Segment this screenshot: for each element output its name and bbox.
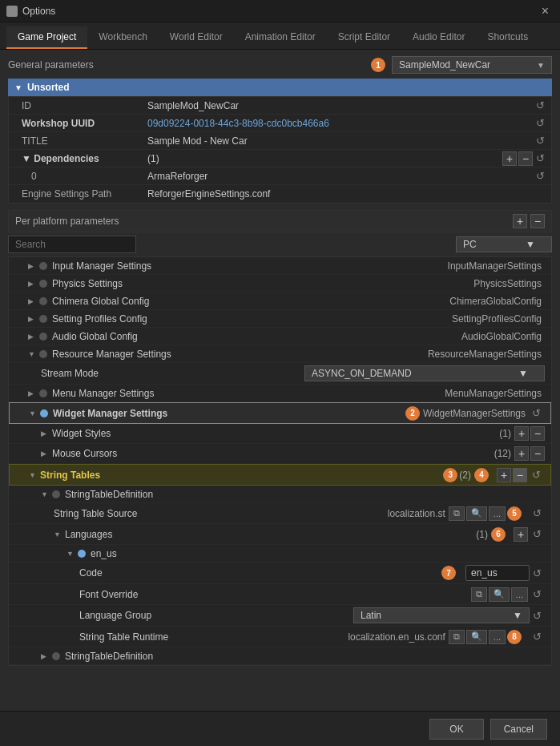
deps-minus-btn[interactable]: − xyxy=(518,151,533,166)
tab-animation-editor[interactable]: Animation Editor xyxy=(234,26,327,49)
tab-audio-editor[interactable]: Audio Editor xyxy=(401,26,476,49)
tree-item-physics[interactable]: ▶ Physics Settings PhysicsSettings xyxy=(9,275,551,292)
tree-item-string-tables[interactable]: ▼ String Tables 3 (2) 4 + − ↺ xyxy=(9,464,551,486)
per-platform-minus-btn[interactable]: − xyxy=(530,214,545,228)
prop-row-id: ID SampleMod_NewCar ↺ xyxy=(9,97,551,115)
dot-string-table-def-2 xyxy=(52,652,60,660)
arrow-audio-global: ▶ xyxy=(28,333,36,341)
arrow-en-us: ▼ xyxy=(66,550,75,558)
stream-mode-arrow: ▼ xyxy=(518,368,528,379)
arrow-string-tables: ▼ xyxy=(29,471,37,479)
label-resource-manager: Resource Manager Settings xyxy=(52,349,428,360)
tab-shortcuts[interactable]: Shortcuts xyxy=(476,26,539,49)
prop-label-arma: 0 xyxy=(9,168,141,184)
string-tables-minus[interactable]: − xyxy=(513,468,527,482)
tree-item-languages[interactable]: ▼ Languages (1) 6 + ↺ xyxy=(9,524,551,545)
unsorted-section-header[interactable]: ▼ Unsorted xyxy=(8,79,552,96)
bottom-bar: OK Cancel xyxy=(0,711,560,746)
badge-1: 1 xyxy=(371,58,385,72)
font-external-btn[interactable]: ⧉ xyxy=(471,587,487,602)
reset-id[interactable]: ↺ xyxy=(533,98,548,113)
tree-item-setting-profiles[interactable]: ▶ Setting Profiles Config SettingProfile… xyxy=(9,310,551,328)
source-external-btn[interactable]: ⧉ xyxy=(449,506,465,521)
tree-item-menu-manager[interactable]: ▶ Menu Manager Settings MenuManagerSetti… xyxy=(9,385,551,402)
prop-value-uuid: 09d09224-0018-44c3-8b98-cdc0bcb466a6 xyxy=(141,115,533,131)
value-languages: (1) xyxy=(476,529,488,540)
deps-plus-btn[interactable]: + xyxy=(502,151,517,166)
string-tables-plus[interactable]: + xyxy=(497,468,511,482)
reset-arma[interactable]: ↺ xyxy=(533,168,548,183)
cancel-button[interactable]: Cancel xyxy=(490,719,547,740)
value-physics: PhysicsSettings xyxy=(473,278,542,289)
tab-game-project[interactable]: Game Project xyxy=(6,26,87,49)
reset-code[interactable]: ↺ xyxy=(530,566,545,581)
per-platform-plus-btn[interactable]: + xyxy=(513,214,527,228)
reset-uuid[interactable]: ↺ xyxy=(533,115,548,131)
ok-button[interactable]: OK xyxy=(429,719,483,740)
source-dots-btn[interactable]: ... xyxy=(489,506,506,521)
title-bar: Options × xyxy=(0,0,560,22)
mouse-cursors-plus[interactable]: + xyxy=(514,446,529,461)
value-widget-manager: WidgetManagerSettings xyxy=(423,408,526,419)
tree-item-audio-global[interactable]: ▶ Audio Global Config AudioGlobalConfig xyxy=(9,328,551,345)
reset-languages[interactable]: ↺ xyxy=(530,526,545,542)
language-group-dropdown[interactable]: Latin ▼ xyxy=(353,607,530,623)
reset-runtime[interactable]: ↺ xyxy=(530,629,545,644)
platform-dropdown[interactable]: PC ▼ xyxy=(456,236,552,252)
search-input[interactable] xyxy=(8,236,136,253)
tree-item-widget-manager[interactable]: ▼ Widget Manager Settings 2 WidgetManage… xyxy=(9,402,551,424)
tree-item-resource-manager[interactable]: ▼ Resource Manager Settings ResourceMana… xyxy=(9,345,551,363)
tree-item-code: Code 7 ↺ xyxy=(9,563,551,584)
tree-item-widget-styles[interactable]: ▶ Widget Styles (1) + − xyxy=(9,424,551,444)
arrow-widget-styles: ▶ xyxy=(41,429,49,438)
tab-script-editor[interactable]: Script Editor xyxy=(327,26,401,49)
tree-item-en-us[interactable]: ▼ en_us xyxy=(9,545,551,563)
stream-mode-dropdown[interactable]: ASYNC_ON_DEMAND ▼ xyxy=(304,365,545,381)
reset-title[interactable]: ↺ xyxy=(533,133,548,148)
reset-font-override[interactable]: ↺ xyxy=(530,587,545,602)
tree-item-string-table-def-2[interactable]: ▶ StringTableDefinition xyxy=(9,647,551,665)
label-widget-styles: Widget Styles xyxy=(52,428,499,439)
reset-language-group[interactable]: ↺ xyxy=(530,608,545,623)
dot-input-manager xyxy=(39,262,47,270)
reset-deps[interactable]: ↺ xyxy=(533,151,548,166)
mouse-cursors-actions: + − xyxy=(514,446,545,461)
font-dots-btn[interactable]: ... xyxy=(511,587,528,602)
prop-row-engine-path: Engine Settings Path ReforgerEngineSetti… xyxy=(9,185,551,203)
tree-item-input-manager[interactable]: ▶ Input Manager Settings InputManagerSet… xyxy=(9,257,551,275)
value-mouse-cursors: (12) xyxy=(494,448,511,459)
arrow-setting-profiles: ▶ xyxy=(28,315,36,323)
general-params-label: General parameters xyxy=(8,59,94,71)
reset-widget-manager[interactable]: ↺ xyxy=(529,405,544,421)
tree-item-string-table-def-1[interactable]: ▼ StringTableDefinition xyxy=(9,486,551,503)
close-button[interactable]: × xyxy=(537,2,554,20)
mod-selector[interactable]: SampleMod_NewCar ▼ xyxy=(392,56,552,74)
code-input[interactable] xyxy=(465,565,530,581)
languages-plus[interactable]: + xyxy=(514,527,528,542)
widget-styles-minus[interactable]: − xyxy=(530,426,545,441)
tree-item-string-table-source: String Table Source localization.st ⧉ 🔍 … xyxy=(9,503,551,524)
tab-bar: Game Project Workbench World Editor Anim… xyxy=(0,22,560,50)
source-search-btn[interactable]: 🔍 xyxy=(466,506,487,521)
per-platform-controls: + − xyxy=(513,214,545,228)
tree-item-mouse-cursors[interactable]: ▶ Mouse Cursors (12) + − xyxy=(9,444,551,464)
tree-item-chimera[interactable]: ▶ Chimera Global Config ChimeraGlobalCon… xyxy=(9,292,551,310)
prop-label-engine-path: Engine Settings Path xyxy=(9,186,141,202)
runtime-dots-btn[interactable]: ... xyxy=(489,630,506,644)
widget-styles-plus[interactable]: + xyxy=(514,426,529,441)
label-chimera: Chimera Global Config xyxy=(52,296,449,307)
reset-source[interactable]: ↺ xyxy=(530,506,545,521)
badge-5: 5 xyxy=(507,506,522,521)
reset-string-tables[interactable]: ↺ xyxy=(529,467,544,482)
runtime-external-btn[interactable]: ⧉ xyxy=(449,630,465,644)
font-search-btn[interactable]: 🔍 xyxy=(489,587,510,602)
arrow-widget-manager: ▼ xyxy=(29,409,37,417)
runtime-search-btn[interactable]: 🔍 xyxy=(466,630,487,644)
arrow-physics: ▶ xyxy=(28,280,36,288)
label-string-table-def-1: StringTableDefinition xyxy=(65,489,545,500)
tab-workbench[interactable]: Workbench xyxy=(87,26,158,49)
mouse-cursors-minus[interactable]: − xyxy=(530,446,545,461)
value-input-manager: InputManagerSettings xyxy=(448,260,542,272)
deps-plus-minus: + − xyxy=(502,151,533,166)
tab-world-editor[interactable]: World Editor xyxy=(159,26,234,49)
